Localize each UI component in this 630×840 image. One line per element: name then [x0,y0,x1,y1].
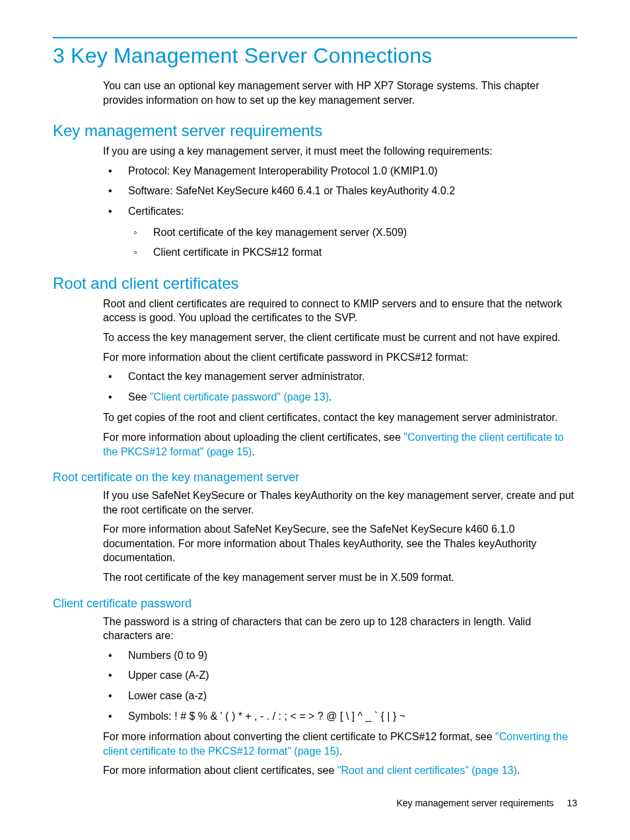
body-paragraph: The root certificate of the key manageme… [103,570,577,585]
body-paragraph: For more information about SafeNet KeySe… [103,522,577,565]
body-paragraph: Root and client certificates are require… [103,297,577,325]
text-prefix: For more information about converting th… [103,731,495,742]
text-prefix: For more information about uploading the… [103,432,403,443]
list-item: Upper case (A-Z) [103,668,577,683]
body-paragraph: To get copies of the root and client cer… [103,410,577,425]
list-item: Root certificate of the key management s… [128,225,577,240]
body-paragraph: For more information about the client ce… [103,350,577,365]
requirements-lead: If you are using a key management server… [103,144,577,159]
footer-section-title: Key management server requirements [396,798,553,808]
rootclient-list: Contact the key management server admini… [103,369,577,404]
text-prefix: For more information about client certif… [103,765,337,776]
list-item: Contact the key management server admini… [103,369,577,384]
heading-rule [53,37,577,38]
list-item: Certificates: Root certificate of the ke… [103,204,577,260]
section-rootclient-heading: Root and client certificates [53,274,577,293]
list-item: See "Client certificate password" (page … [103,390,577,404]
list-item: Lower case (a-z) [103,689,577,703]
list-item: Protocol: Key Management Interoperabilit… [103,164,577,178]
list-item: Software: SafeNet KeySecure k460 6.4.1 o… [103,184,577,198]
text-suffix: . [339,745,342,757]
list-item-label: Certificates: [128,206,184,217]
text-suffix: . [517,765,520,776]
body-paragraph: To access the key management server, the… [103,330,577,345]
chapter-title: 3 Key Management Server Connections [53,44,577,68]
requirements-list: Protocol: Key Management Interoperabilit… [103,164,577,260]
intro-paragraph: You can use an optional key management s… [103,79,577,107]
footer-page-number: 13 [567,798,577,808]
body-paragraph: For more information about uploading the… [103,430,577,459]
section-rootcert-heading: Root certificate on the key management s… [53,471,577,484]
section-requirements-heading: Key management server requirements [53,122,577,140]
section-password-heading: Client certificate password [53,597,577,611]
link-client-cert-password[interactable]: "Client certificate password" (page 13) [150,391,329,402]
body-paragraph: For more information about converting th… [103,730,577,758]
body-paragraph: For more information about client certif… [103,763,577,778]
body-paragraph: If you use SafeNet KeySecure or Thales k… [103,488,577,517]
certificates-sublist: Root certificate of the key management s… [128,225,577,260]
list-item: Client certificate in PKCS#12 format [128,245,577,260]
page-footer: Key management server requirements 13 [396,798,577,808]
body-paragraph: The password is a string of characters t… [103,615,577,643]
text-prefix: See [128,391,150,402]
link-root-client-certs[interactable]: "Root and client certificates" (page 13) [337,765,517,776]
text-suffix: . [252,446,254,457]
text-suffix: . [329,391,332,402]
list-item: Symbols: ! # $ % & ' ( ) * + , - . / : ;… [103,709,577,724]
list-item: Numbers (0 to 9) [103,648,577,663]
password-charset-list: Numbers (0 to 9) Upper case (A-Z) Lower … [103,648,577,723]
